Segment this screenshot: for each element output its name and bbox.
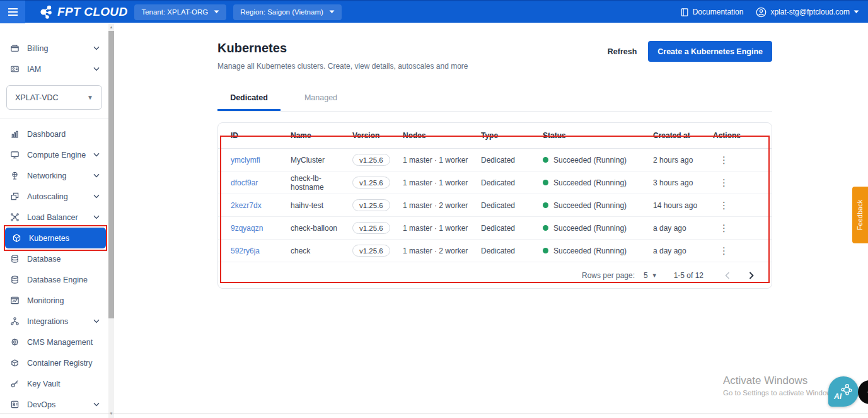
status-text: Succeeded (Running) [553,247,627,255]
cms-management-icon [9,337,20,347]
refresh-button[interactable]: Refresh [608,47,637,56]
fpt-logo-icon [38,4,53,20]
sidebar-item-load-balancer[interactable]: Load Balancer [0,207,106,228]
cluster-nodes: 1 master · 1 worker [403,156,481,165]
documentation-link[interactable]: Documentation [680,8,744,17]
user-email: xplat-stg@fptcloud.com [770,8,850,16]
create-kubernetes-engine-button[interactable]: Create a Kubernetes Engine [648,41,772,62]
dashboard-icon [9,129,20,139]
status-text: Succeeded (Running) [553,201,627,210]
cluster-id-link[interactable]: 9zqyaqzn [231,224,263,233]
sidebar-item-devops[interactable]: DevOps [0,394,106,415]
created-at: a day ago [653,224,713,233]
cluster-nodes: 1 master · 2 worker [403,201,481,210]
sidebar-item-label: Monitoring [27,296,64,305]
status-dot [543,225,548,231]
sidebar-item-database-engine[interactable]: Database Engine [0,269,106,290]
cluster-id-link[interactable]: dfocf9ar [231,178,258,187]
sidebar-item-autoscaling[interactable]: Autoscaling [0,186,106,207]
cluster-id-link[interactable]: 2kezr7dx [231,201,262,210]
feedback-label: Feedback [857,200,864,230]
sidebar-item-iam[interactable]: IAM [0,59,106,79]
cluster-name: check [291,247,352,255]
sidebar-item-label: Load Balancer [27,213,78,222]
scrollbar-thumb[interactable] [108,31,114,318]
column-header-created-at: Created at [653,131,713,140]
cluster-nodes: 1 master · 1 worker [403,178,481,187]
kubernetes-icon [11,233,21,243]
cluster-name: check-lb-hostname [291,174,352,192]
row-actions-button[interactable]: ⋮ [719,177,729,188]
sidebar-item-compute-engine[interactable]: Compute Engine [0,144,106,165]
user-avatar-icon [756,7,767,18]
sidebar-item-networking[interactable]: Networking [0,165,106,186]
rows-per-page-select[interactable]: 5 ▼ [644,271,657,280]
region-selector[interactable]: Region: Saigon (Vietnam) [233,4,341,20]
column-header-actions: Actions [713,131,772,140]
status-text: Succeeded (Running) [553,178,627,187]
chevron-down-icon [329,10,335,14]
chevron-down-icon [93,46,100,50]
row-actions-button[interactable]: ⋮ [719,245,729,256]
compute-engine-icon [9,150,20,160]
cluster-type: Dedicated [481,224,543,233]
sidebar-item-container-registry[interactable]: Container Registry [0,352,106,373]
ai-label: AI [834,392,842,401]
feedback-tab[interactable]: Feedback [852,187,868,243]
status-text: Succeeded (Running) [553,156,627,165]
next-page-button[interactable] [749,272,754,279]
cluster-type: Dedicated [481,247,543,255]
cluster-nodes: 1 master · 2 worker [403,247,481,255]
pagination-range: 1-5 of 12 [674,271,703,280]
sidebar-item-integrations[interactable]: Integrations [0,311,106,332]
sidebar-item-label: Networking [27,171,67,180]
integrations-icon [9,316,20,326]
column-header-nodes: Nodes [403,131,481,140]
sidebar-scrollbar[interactable]: ▲ ▼ [108,24,114,418]
sidebar-item-label: Integrations [27,317,68,326]
menu-button[interactable] [0,1,25,23]
sidebar-item-label: Container Registry [27,359,93,368]
tenant-selector[interactable]: Tenant: XPLAT-ORG [134,4,226,20]
documentation-label: Documentation [693,8,744,16]
sidebar-item-monitoring[interactable]: Monitoring [0,290,106,311]
row-actions-button[interactable]: ⋮ [719,200,729,211]
iam-icon [9,64,20,74]
sidebar-item-billing[interactable]: Billing [0,38,106,59]
tab-managed[interactable]: Managed [289,88,352,111]
version-badge: v1.25.6 [352,154,390,166]
created-at: 2 hours ago [653,156,713,165]
cluster-id-link[interactable]: 592ry6ja [231,247,260,255]
sidebar-item-dashboard[interactable]: Dashboard [0,124,106,144]
scroll-up-arrow-icon[interactable]: ▲ [108,24,114,30]
created-at: 14 hours ago [653,201,713,210]
watermark-line1: Activate Windows [723,374,835,387]
row-actions-button[interactable]: ⋮ [719,223,729,233]
column-header-name: Name [291,131,352,140]
key-vault-icon [9,379,20,388]
sidebar-divider [0,119,108,119]
sidebar-item-label: Kubernetes [29,234,69,243]
sidebar-item-database[interactable]: Database [0,248,106,269]
tab-dedicated[interactable]: Dedicated [217,88,281,111]
chevron-left-icon [725,272,730,279]
page-title: Kubernetes [217,41,468,55]
networking-icon [9,171,20,180]
cluster-id-link[interactable]: ymclymfi [231,156,260,165]
previous-page-button[interactable] [725,272,730,279]
status-dot [543,202,548,208]
fpt-cloud-logo: FPT CLOUD [38,4,127,20]
table-row: dfocf9archeck-lb-hostnamev1.25.61 master… [218,171,772,194]
sidebar-item-key-vault[interactable]: Key Vault [0,373,106,394]
sidebar-item-label: Database Engine [27,276,88,284]
created-at: a day ago [653,247,713,255]
cluster-type: Dedicated [481,201,543,210]
vdc-selector[interactable]: XPLAT-VDC ▼ [6,85,102,110]
row-actions-button[interactable]: ⋮ [719,154,729,165]
sidebar-item-cms-management[interactable]: CMS Management [0,332,106,352]
sidebar-item-kubernetes[interactable]: Kubernetes [5,228,106,248]
user-menu[interactable]: xplat-stg@fptcloud.com [756,7,859,18]
ai-assistant-button[interactable]: AI [828,376,859,407]
sidebar-item-label: Key Vault [27,380,61,388]
table-row: ymclymfiMyClusterv1.25.61 master · 1 wor… [218,149,772,171]
